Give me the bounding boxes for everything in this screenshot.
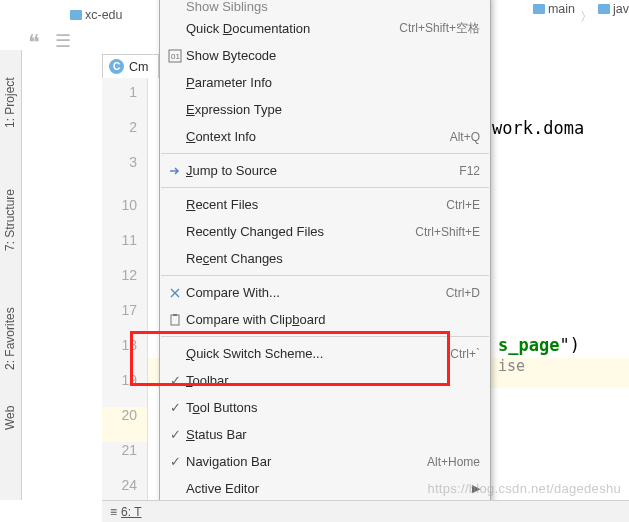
editor-tab-label: Cm	[129, 60, 148, 74]
breadcrumb-item-main[interactable]: main	[533, 2, 575, 16]
bytecode-icon: 01	[164, 49, 186, 63]
svg-rect-3	[173, 314, 177, 316]
line-number: 20	[102, 407, 147, 442]
editor-tabstrip: C Cm	[102, 50, 159, 78]
breadcrumb-label: jav	[613, 2, 629, 16]
menu-item-recent-files[interactable]: Recent Files Ctrl+E	[160, 191, 490, 218]
breadcrumb-label: main	[548, 2, 575, 16]
menu-item-toolbar[interactable]: ✓ Toolbar	[160, 367, 490, 394]
line-number: 19	[102, 372, 147, 407]
statusbar-toolwindow[interactable]: 6: T	[121, 505, 141, 519]
line-number: 18	[102, 337, 147, 372]
menu-separator	[161, 187, 489, 188]
toolwindow-structure[interactable]: 7: Structure	[0, 162, 20, 257]
module-icon	[70, 10, 82, 20]
statusbar: ≡ 6: T	[102, 500, 629, 522]
line-number: 10	[102, 197, 147, 232]
menu-item-parameter-info[interactable]: Parameter Info	[160, 69, 490, 96]
line-number: 3	[102, 154, 147, 189]
menu-item-status-bar[interactable]: ✓ Status Bar	[160, 421, 490, 448]
toolwindow-label: 2: Favorites	[3, 307, 17, 370]
breadcrumb-item-java[interactable]: jav	[598, 2, 629, 16]
line-number: 1	[102, 84, 147, 119]
folder-icon	[533, 4, 545, 14]
menu-item-show-bytecode[interactable]: 01 Show Bytecode	[160, 42, 490, 69]
check-icon: ✓	[164, 454, 186, 469]
menu-item-tool-buttons[interactable]: ✓ Tool Buttons	[160, 394, 490, 421]
line-number: 2	[102, 119, 147, 154]
breadcrumb-sep: 〉	[580, 9, 593, 10]
toolwindow-label: 1: Project	[3, 77, 17, 128]
menu-item-quick-documentation[interactable]: Quick Documentation Ctrl+Shift+空格	[160, 15, 490, 42]
menu-item-jump-to-source[interactable]: Jump to Source F12	[160, 157, 490, 184]
menu-separator	[161, 153, 489, 154]
editor-code-fragment: work.doma	[492, 118, 584, 138]
line-number: 17	[102, 302, 147, 337]
menu-item-recent-changes[interactable]: Recent Changes	[160, 245, 490, 272]
watermark: https://blog.csdn.net/dagedeshu	[427, 481, 621, 496]
list-icon: ☰	[55, 30, 71, 52]
clipboard-compare-icon	[164, 313, 186, 327]
menu-item-show-siblings[interactable]: Show Siblings	[160, 0, 490, 15]
editor-tab[interactable]: C Cm	[102, 54, 159, 78]
check-icon: ✓	[164, 427, 186, 442]
menu-item-quick-switch-scheme[interactable]: Quick Switch Scheme... Ctrl+`	[160, 340, 490, 367]
line-number: 12	[102, 267, 147, 302]
breadcrumbs: xc-edu main 〉 jav	[70, 2, 123, 28]
quote-icon: ❝	[28, 30, 40, 56]
class-icon: C	[109, 59, 124, 74]
menu-item-compare-with-clipboard[interactable]: Compare with Clipboard	[160, 306, 490, 333]
folder-icon	[598, 4, 610, 14]
view-menu-popup: Show Siblings Quick Documentation Ctrl+S…	[159, 0, 491, 522]
line-number: 11	[102, 232, 147, 267]
toolwindow-project[interactable]: 1: Project	[0, 54, 20, 134]
menu-item-recently-changed-files[interactable]: Recently Changed Files Ctrl+Shift+E	[160, 218, 490, 245]
menu-item-expression-type[interactable]: Expression Type	[160, 96, 490, 123]
toolwindow-label: 7: Structure	[3, 189, 17, 251]
jump-icon	[164, 164, 186, 178]
editor-code-fragment: s_page")ise	[498, 335, 580, 375]
line-number-gutter: 1 2 3 10 11 12 17 18 19 20 21 24	[102, 78, 148, 512]
menu-separator	[161, 336, 489, 337]
list-icon: ≡	[110, 505, 117, 519]
toolwindow-favorites[interactable]: 2: Favorites	[0, 281, 20, 376]
svg-text:01: 01	[171, 52, 180, 61]
check-icon: ✓	[164, 373, 186, 388]
menu-item-navigation-bar[interactable]: ✓ Navigation Bar Alt+Home	[160, 448, 490, 475]
breadcrumb-project-label: xc-edu	[85, 8, 123, 22]
menu-item-context-info[interactable]: Context Info Alt+Q	[160, 123, 490, 150]
compare-icon	[164, 286, 186, 300]
tool-window-strip: 1: Project 7: Structure 2: Favorites Web	[0, 50, 22, 500]
check-icon: ✓	[164, 400, 186, 415]
line-number: 21	[102, 442, 147, 477]
toolwindow-web[interactable]: Web	[0, 386, 20, 436]
toolwindow-label: Web	[3, 406, 17, 430]
breadcrumb-project[interactable]: xc-edu	[70, 8, 123, 22]
menu-separator	[161, 275, 489, 276]
svg-rect-2	[171, 315, 179, 325]
menu-item-compare-with[interactable]: Compare With... Ctrl+D	[160, 279, 490, 306]
